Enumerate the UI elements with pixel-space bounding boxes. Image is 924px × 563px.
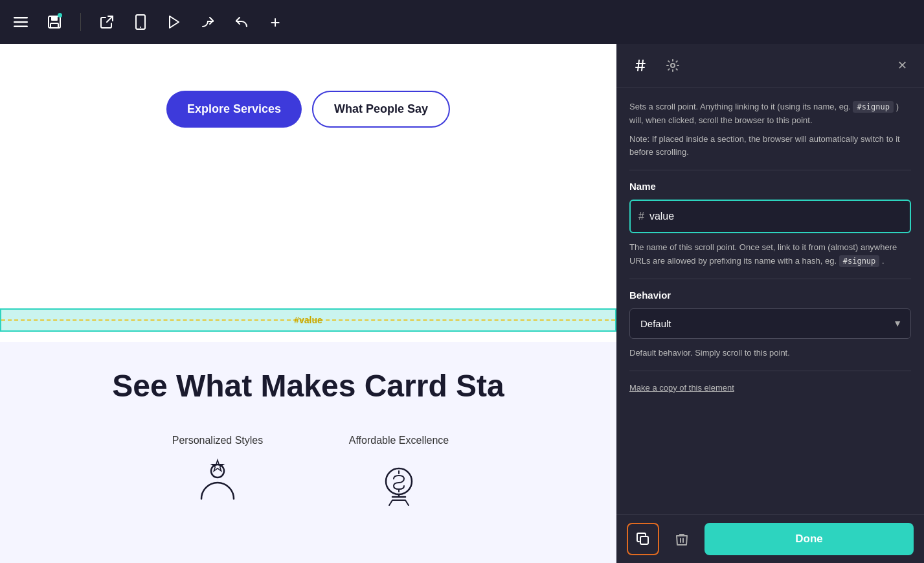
- behavior-description: Default behavior. Simply scroll to this …: [629, 347, 911, 360]
- code-signup-1: #signup: [853, 101, 894, 113]
- menu-icon[interactable]: [10, 12, 31, 32]
- svg-point-8: [211, 465, 224, 477]
- panel-footer: Done: [616, 514, 924, 563]
- panel-divider-3: [629, 371, 911, 371]
- copy-element-button[interactable]: [627, 523, 659, 555]
- external-link-icon[interactable]: [96, 12, 117, 32]
- svg-rect-2: [14, 26, 28, 28]
- description-1: Sets a scroll point. Anything linking to…: [629, 100, 911, 128]
- svg-point-10: [671, 63, 675, 67]
- toolbar-separator: [80, 13, 81, 31]
- copy-element-link[interactable]: Make a copy of this element: [629, 383, 734, 393]
- name-input-wrap: #: [629, 200, 911, 233]
- hero-buttons: Explore Services What People Say: [166, 91, 450, 128]
- name-label: Name: [629, 181, 911, 192]
- what-people-say-button[interactable]: What People Say: [312, 91, 450, 128]
- settings-tab[interactable]: [662, 54, 684, 76]
- name-input[interactable]: [649, 211, 902, 222]
- feature-personalized: Personalized Styles: [153, 435, 282, 509]
- explore-services-button[interactable]: Explore Services: [166, 91, 302, 128]
- redo-icon[interactable]: [197, 12, 218, 32]
- done-button[interactable]: Done: [704, 523, 914, 555]
- canvas-area: Explore Services What People Say #value …: [0, 44, 616, 563]
- behavior-label: Behavior: [629, 290, 911, 301]
- feature-personalized-icon: [192, 457, 243, 509]
- delete-element-button[interactable]: [666, 523, 698, 555]
- description-note: Note: If placed inside a section, the br…: [629, 133, 911, 160]
- add-icon[interactable]: +: [265, 12, 286, 32]
- svg-rect-1: [14, 21, 28, 23]
- undo-icon[interactable]: [231, 12, 252, 32]
- svg-point-7: [140, 27, 141, 28]
- feature-personalized-label: Personalized Styles: [172, 435, 264, 446]
- hash-tab[interactable]: [629, 54, 651, 76]
- save-icon[interactable]: [44, 12, 65, 32]
- canvas-content: Explore Services What People Say #value …: [0, 44, 616, 563]
- features-row: Personalized Styles Affordable: [153, 435, 464, 509]
- section-below: See What Makes Carrd Sta Personalized St…: [0, 342, 616, 563]
- scroll-point-dashes: #value: [1, 315, 615, 325]
- feature-affordable-label: Affordable Excellence: [349, 435, 449, 446]
- main-area: Explore Services What People Say #value …: [0, 44, 924, 563]
- svg-rect-0: [14, 17, 28, 19]
- section-title: See What Makes Carrd Sta: [112, 368, 504, 404]
- panel-header: ✕: [616, 44, 924, 87]
- scroll-point-bar[interactable]: #value: [0, 308, 616, 332]
- close-panel-button[interactable]: ✕: [893, 56, 911, 75]
- feature-affordable: Affordable Excellence: [334, 435, 464, 509]
- feature-affordable-icon: [373, 457, 425, 509]
- mobile-icon[interactable]: [130, 12, 151, 32]
- panel-divider-1: [629, 170, 911, 170]
- behavior-select-wrap: Default Smooth Instant ▼: [629, 308, 911, 339]
- toolbar: +: [0, 0, 924, 44]
- play-icon[interactable]: [164, 12, 185, 32]
- name-description: The name of this scroll point. Once set,…: [629, 241, 911, 268]
- svg-rect-11: [640, 536, 648, 544]
- behavior-select[interactable]: Default Smooth Instant: [629, 308, 911, 339]
- svg-rect-5: [51, 23, 58, 28]
- panel-divider-2: [629, 279, 911, 279]
- panel-body: Sets a scroll point. Anything linking to…: [616, 87, 924, 514]
- code-signup-2: #signup: [839, 255, 880, 267]
- svg-rect-4: [51, 16, 58, 21]
- scroll-point-label: #value: [289, 315, 328, 325]
- hash-prefix: #: [638, 211, 644, 222]
- right-panel: ✕ Sets a scroll point. Anything linking …: [616, 44, 924, 563]
